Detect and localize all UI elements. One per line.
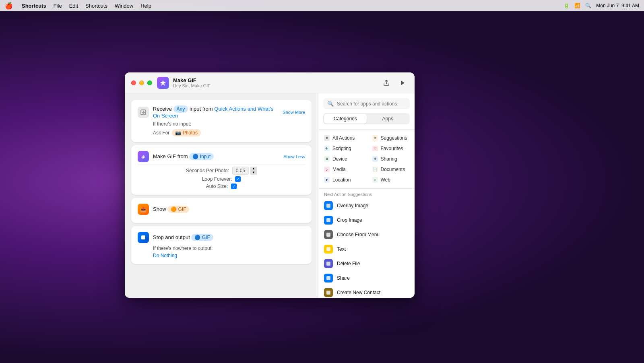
crop-image-icon [324, 216, 333, 225]
app-name-label[interactable]: Shortcuts [22, 3, 46, 9]
text-icon [324, 245, 333, 254]
overlay-image-label: Overlay Image [337, 203, 368, 208]
menubar-left: 🍎 Shortcuts File Edit Shortcuts Window H… [5, 2, 151, 10]
cat-favourites[interactable]: ♡ Favourites [367, 143, 415, 154]
cat-scripting[interactable]: ✈ Scripting [318, 143, 367, 154]
crop-image-label: Crop Image [337, 217, 362, 223]
device-label: Device [332, 156, 347, 162]
cat-device[interactable]: 🖥 Device [318, 154, 367, 164]
loop-row: Loop Forever: ✓ [138, 176, 305, 182]
show-header: 📤 Show 🟠 GIF [138, 204, 305, 215]
stepper-up[interactable]: ▲ [250, 167, 257, 171]
suggestion-choose-from-menu[interactable]: Choose From Menu [318, 227, 415, 242]
minimize-button[interactable] [139, 80, 144, 85]
shortcuts-window: Make GIF Hey Siri, Make GIF [125, 72, 415, 298]
autosize-row: Auto Size: ✓ [138, 184, 305, 189]
documents-icon: 📄 [372, 167, 378, 172]
all-actions-icon: ≡ [324, 135, 330, 141]
make-gif-action-block: ◈ Make GIF from 🔵 Input Show Less Second… [131, 145, 312, 195]
menu-edit[interactable]: Edit [69, 3, 78, 9]
receive-title: Receive Any input from Quick Actions and… [153, 105, 279, 119]
loop-checkbox[interactable]: ✓ [235, 176, 241, 182]
receive-sub: If there's no input: Ask For 📷 Photos [138, 121, 305, 136]
loop-label: Loop Forever: [202, 176, 232, 182]
receive-any-chip[interactable]: Any [173, 105, 188, 113]
window-title: Make GIF [173, 77, 211, 83]
receive-source-link[interactable]: Quick Actions and What's On Screen [153, 106, 273, 119]
svg-rect-5 [326, 247, 330, 251]
all-actions-label: All Actions [332, 135, 355, 141]
cat-suggestions[interactable]: ✦ Suggestions [367, 133, 415, 143]
share-label: Share [337, 275, 350, 281]
cat-location[interactable]: ➤ Location [318, 175, 367, 185]
share-button[interactable] [381, 77, 392, 89]
device-icon: 🖥 [324, 156, 330, 162]
cat-web[interactable]: ○ Web [367, 175, 415, 185]
create-contact-icon [324, 288, 333, 297]
menu-help[interactable]: Help [140, 3, 151, 9]
make-gif-icon-char: ◈ [141, 154, 145, 160]
run-button[interactable] [397, 77, 408, 89]
cat-documents[interactable]: 📄 Documents [367, 164, 415, 175]
cat-sharing[interactable]: ⬆ Sharing [367, 154, 415, 164]
documents-label: Documents [381, 167, 405, 172]
autosize-label: Auto Size: [206, 184, 228, 189]
search-input[interactable] [337, 101, 406, 107]
suggestion-overlay-image[interactable]: Overlay Image [318, 198, 415, 213]
svg-rect-4 [326, 233, 330, 237]
suggestion-create-contact[interactable]: Create New Contact [318, 285, 415, 298]
suggestion-delete-file[interactable]: Delete File [318, 256, 415, 271]
favourites-label: Favourites [381, 146, 403, 151]
photos-chip[interactable]: 📷 Photos [172, 129, 201, 136]
svg-rect-1 [141, 235, 145, 239]
stop-icon [138, 232, 149, 243]
suggestions-section: Next Action Suggestions Overlay Image Cr… [318, 189, 415, 298]
show-more-toggle[interactable]: Show More [283, 110, 305, 115]
categories-list: ≡ All Actions ✦ Suggestions ✈ Scripting … [318, 130, 415, 189]
stepper-down[interactable]: ▼ [250, 171, 257, 175]
tab-apps[interactable]: Apps [367, 114, 409, 124]
sharing-label: Sharing [381, 156, 397, 162]
menu-shortcuts[interactable]: Shortcuts [85, 3, 107, 9]
menubar-right: 🔋 📶 🔍 Mon Jun 7 9:41 AM [564, 3, 639, 8]
do-nothing-link[interactable]: Do Nothing [153, 253, 177, 258]
delete-file-icon [324, 259, 333, 268]
cat-all-actions[interactable]: ≡ All Actions [318, 133, 367, 143]
gif-output-chip[interactable]: 🔵 GIF [191, 234, 213, 241]
close-button[interactable] [131, 80, 136, 85]
menu-window[interactable]: Window [115, 3, 133, 9]
favourites-icon: ♡ [372, 146, 378, 151]
receive-action-block: Receive Any input from Quick Actions and… [131, 100, 312, 142]
svg-rect-6 [326, 262, 330, 266]
window-toolbar-actions [381, 77, 408, 89]
if-no-input-label: If there's no input: [153, 121, 191, 127]
receive-icon [138, 107, 149, 118]
maximize-button[interactable] [147, 80, 152, 85]
suggestion-share[interactable]: Share [318, 271, 415, 285]
seconds-stepper[interactable]: 0.05 ▲ ▼ [232, 167, 257, 175]
battery-icon: 🔋 [564, 3, 570, 8]
suggestions-header: Next Action Suggestions [318, 189, 415, 198]
seconds-value[interactable]: 0.05 [232, 167, 249, 175]
suggestion-text[interactable]: Text [318, 242, 415, 256]
make-gif-icon: ◈ [138, 151, 149, 162]
ask-for-label: Ask For [153, 130, 169, 136]
show-less-toggle[interactable]: Show Less [283, 154, 305, 159]
show-action-block: 📤 Show 🟠 GIF [131, 198, 312, 223]
tab-row: Categories Apps [323, 113, 410, 124]
tab-categories[interactable]: Categories [324, 114, 367, 124]
seconds-label: Seconds Per Photo: [186, 168, 229, 173]
gif-chip[interactable]: 🟠 GIF [167, 206, 189, 213]
autosize-checkbox[interactable]: ✓ [231, 184, 237, 189]
media-icon: ♪ [324, 167, 330, 172]
svg-rect-7 [326, 276, 330, 280]
suggestion-crop-image[interactable]: Crop Image [318, 213, 415, 227]
apple-menu-icon[interactable]: 🍎 [5, 2, 13, 10]
search-bar: 🔍 [323, 98, 410, 109]
stop-sub: If there's nowhere to output: Do Nothing [138, 245, 305, 258]
stepper-buttons[interactable]: ▲ ▼ [250, 167, 257, 175]
search-icon[interactable]: 🔍 [585, 3, 591, 8]
input-chip[interactable]: 🔵 Input [189, 153, 214, 160]
menu-file[interactable]: File [54, 3, 62, 9]
cat-media[interactable]: ♪ Media [318, 164, 367, 175]
